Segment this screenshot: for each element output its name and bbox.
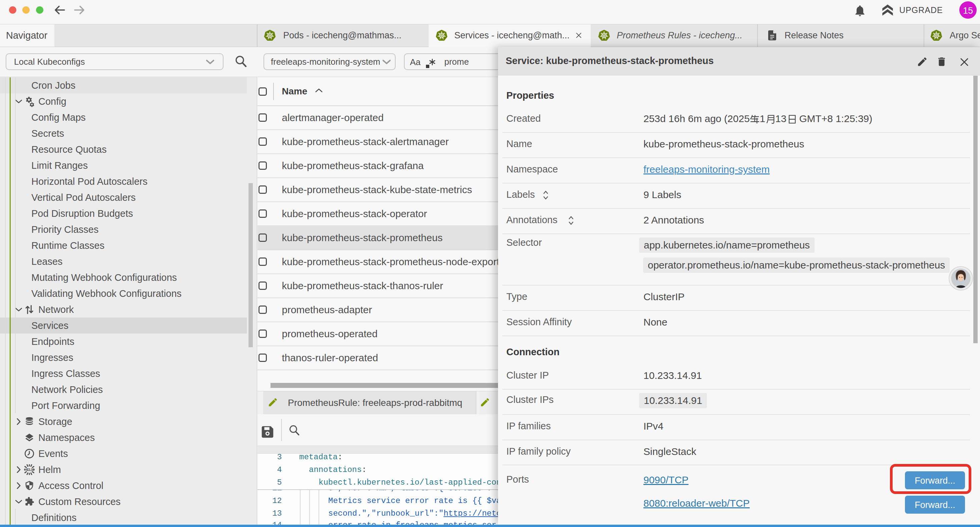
svg-text:HELM: HELM: [25, 468, 34, 471]
